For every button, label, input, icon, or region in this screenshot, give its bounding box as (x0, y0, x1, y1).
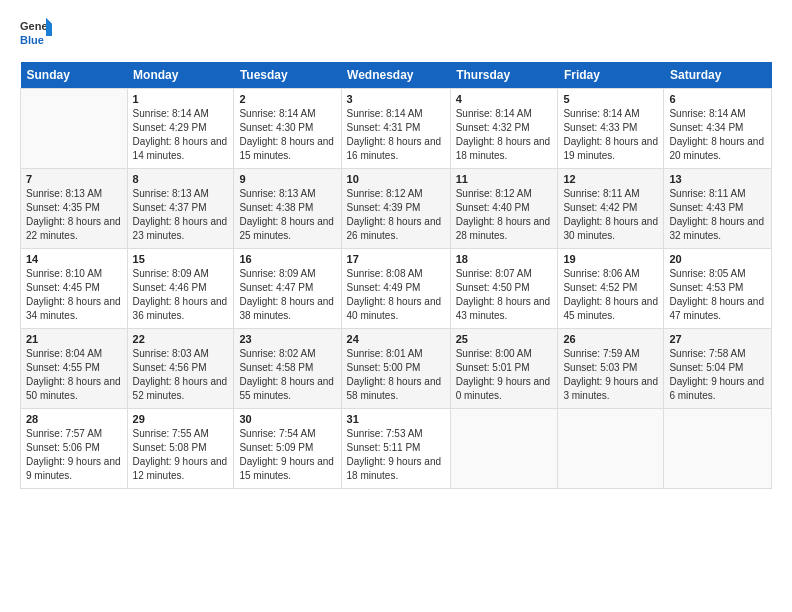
day-info: Sunrise: 8:14 AMSunset: 4:30 PMDaylight:… (239, 107, 335, 163)
day-number: 5 (563, 93, 658, 105)
calendar-cell: 14Sunrise: 8:10 AMSunset: 4:45 PMDayligh… (21, 249, 128, 329)
day-number: 8 (133, 173, 229, 185)
day-info: Sunrise: 8:14 AMSunset: 4:32 PMDaylight:… (456, 107, 553, 163)
day-number: 29 (133, 413, 229, 425)
logo-triangle-icon: General Blue (20, 16, 52, 52)
day-number: 23 (239, 333, 335, 345)
day-number: 11 (456, 173, 553, 185)
day-info: Sunrise: 8:02 AMSunset: 4:58 PMDaylight:… (239, 347, 335, 403)
day-info: Sunrise: 8:12 AMSunset: 4:40 PMDaylight:… (456, 187, 553, 243)
week-row-1: 1Sunrise: 8:14 AMSunset: 4:29 PMDaylight… (21, 89, 772, 169)
calendar-cell: 1Sunrise: 8:14 AMSunset: 4:29 PMDaylight… (127, 89, 234, 169)
day-number: 19 (563, 253, 658, 265)
day-number: 22 (133, 333, 229, 345)
day-info: Sunrise: 8:06 AMSunset: 4:52 PMDaylight:… (563, 267, 658, 323)
weekday-header-tuesday: Tuesday (234, 62, 341, 89)
calendar-cell: 17Sunrise: 8:08 AMSunset: 4:49 PMDayligh… (341, 249, 450, 329)
day-info: Sunrise: 8:03 AMSunset: 4:56 PMDaylight:… (133, 347, 229, 403)
day-info: Sunrise: 8:01 AMSunset: 5:00 PMDaylight:… (347, 347, 445, 403)
week-row-5: 28Sunrise: 7:57 AMSunset: 5:06 PMDayligh… (21, 409, 772, 489)
day-info: Sunrise: 8:13 AMSunset: 4:37 PMDaylight:… (133, 187, 229, 243)
day-info: Sunrise: 8:14 AMSunset: 4:31 PMDaylight:… (347, 107, 445, 163)
day-number: 31 (347, 413, 445, 425)
calendar-cell: 2Sunrise: 8:14 AMSunset: 4:30 PMDaylight… (234, 89, 341, 169)
day-info: Sunrise: 7:55 AMSunset: 5:08 PMDaylight:… (133, 427, 229, 483)
calendar-cell (21, 89, 128, 169)
day-info: Sunrise: 8:12 AMSunset: 4:39 PMDaylight:… (347, 187, 445, 243)
calendar-cell: 24Sunrise: 8:01 AMSunset: 5:00 PMDayligh… (341, 329, 450, 409)
calendar-cell (558, 409, 664, 489)
calendar-cell: 12Sunrise: 8:11 AMSunset: 4:42 PMDayligh… (558, 169, 664, 249)
calendar-cell: 5Sunrise: 8:14 AMSunset: 4:33 PMDaylight… (558, 89, 664, 169)
calendar-cell: 3Sunrise: 8:14 AMSunset: 4:31 PMDaylight… (341, 89, 450, 169)
calendar-cell: 7Sunrise: 8:13 AMSunset: 4:35 PMDaylight… (21, 169, 128, 249)
day-info: Sunrise: 8:11 AMSunset: 4:42 PMDaylight:… (563, 187, 658, 243)
day-number: 25 (456, 333, 553, 345)
logo: General Blue (20, 16, 52, 52)
calendar-cell: 29Sunrise: 7:55 AMSunset: 5:08 PMDayligh… (127, 409, 234, 489)
calendar-cell: 26Sunrise: 7:59 AMSunset: 5:03 PMDayligh… (558, 329, 664, 409)
day-number: 27 (669, 333, 766, 345)
day-number: 13 (669, 173, 766, 185)
day-info: Sunrise: 7:58 AMSunset: 5:04 PMDaylight:… (669, 347, 766, 403)
day-info: Sunrise: 8:14 AMSunset: 4:34 PMDaylight:… (669, 107, 766, 163)
calendar-cell: 27Sunrise: 7:58 AMSunset: 5:04 PMDayligh… (664, 329, 772, 409)
week-row-2: 7Sunrise: 8:13 AMSunset: 4:35 PMDaylight… (21, 169, 772, 249)
day-number: 21 (26, 333, 122, 345)
day-number: 2 (239, 93, 335, 105)
weekday-header-wednesday: Wednesday (341, 62, 450, 89)
calendar-cell: 8Sunrise: 8:13 AMSunset: 4:37 PMDaylight… (127, 169, 234, 249)
calendar-cell: 10Sunrise: 8:12 AMSunset: 4:39 PMDayligh… (341, 169, 450, 249)
day-number: 7 (26, 173, 122, 185)
header: General Blue (20, 16, 772, 52)
week-row-3: 14Sunrise: 8:10 AMSunset: 4:45 PMDayligh… (21, 249, 772, 329)
calendar-cell: 21Sunrise: 8:04 AMSunset: 4:55 PMDayligh… (21, 329, 128, 409)
weekday-header-sunday: Sunday (21, 62, 128, 89)
day-info: Sunrise: 8:05 AMSunset: 4:53 PMDaylight:… (669, 267, 766, 323)
calendar-cell: 22Sunrise: 8:03 AMSunset: 4:56 PMDayligh… (127, 329, 234, 409)
day-info: Sunrise: 7:57 AMSunset: 5:06 PMDaylight:… (26, 427, 122, 483)
calendar-cell: 31Sunrise: 7:53 AMSunset: 5:11 PMDayligh… (341, 409, 450, 489)
day-number: 20 (669, 253, 766, 265)
day-info: Sunrise: 8:14 AMSunset: 4:33 PMDaylight:… (563, 107, 658, 163)
day-number: 4 (456, 93, 553, 105)
day-number: 17 (347, 253, 445, 265)
day-info: Sunrise: 8:11 AMSunset: 4:43 PMDaylight:… (669, 187, 766, 243)
calendar-page: General Blue SundayMondayTuesdayWednesda… (0, 0, 792, 612)
day-info: Sunrise: 7:54 AMSunset: 5:09 PMDaylight:… (239, 427, 335, 483)
day-number: 1 (133, 93, 229, 105)
day-info: Sunrise: 8:00 AMSunset: 5:01 PMDaylight:… (456, 347, 553, 403)
week-row-4: 21Sunrise: 8:04 AMSunset: 4:55 PMDayligh… (21, 329, 772, 409)
weekday-header-saturday: Saturday (664, 62, 772, 89)
calendar-cell: 6Sunrise: 8:14 AMSunset: 4:34 PMDaylight… (664, 89, 772, 169)
day-info: Sunrise: 8:09 AMSunset: 4:47 PMDaylight:… (239, 267, 335, 323)
calendar-cell: 16Sunrise: 8:09 AMSunset: 4:47 PMDayligh… (234, 249, 341, 329)
day-number: 16 (239, 253, 335, 265)
weekday-header-thursday: Thursday (450, 62, 558, 89)
day-number: 6 (669, 93, 766, 105)
day-info: Sunrise: 8:04 AMSunset: 4:55 PMDaylight:… (26, 347, 122, 403)
day-number: 12 (563, 173, 658, 185)
calendar-cell: 15Sunrise: 8:09 AMSunset: 4:46 PMDayligh… (127, 249, 234, 329)
day-number: 18 (456, 253, 553, 265)
calendar-cell: 18Sunrise: 8:07 AMSunset: 4:50 PMDayligh… (450, 249, 558, 329)
day-number: 26 (563, 333, 658, 345)
calendar-cell: 13Sunrise: 8:11 AMSunset: 4:43 PMDayligh… (664, 169, 772, 249)
calendar-cell: 23Sunrise: 8:02 AMSunset: 4:58 PMDayligh… (234, 329, 341, 409)
day-number: 24 (347, 333, 445, 345)
day-number: 3 (347, 93, 445, 105)
weekday-header-friday: Friday (558, 62, 664, 89)
calendar-cell: 25Sunrise: 8:00 AMSunset: 5:01 PMDayligh… (450, 329, 558, 409)
calendar-cell (450, 409, 558, 489)
svg-text:Blue: Blue (20, 34, 44, 46)
day-info: Sunrise: 8:10 AMSunset: 4:45 PMDaylight:… (26, 267, 122, 323)
day-info: Sunrise: 8:09 AMSunset: 4:46 PMDaylight:… (133, 267, 229, 323)
day-info: Sunrise: 8:08 AMSunset: 4:49 PMDaylight:… (347, 267, 445, 323)
day-number: 28 (26, 413, 122, 425)
calendar-cell: 28Sunrise: 7:57 AMSunset: 5:06 PMDayligh… (21, 409, 128, 489)
day-info: Sunrise: 7:59 AMSunset: 5:03 PMDaylight:… (563, 347, 658, 403)
day-number: 14 (26, 253, 122, 265)
day-number: 30 (239, 413, 335, 425)
calendar-cell: 19Sunrise: 8:06 AMSunset: 4:52 PMDayligh… (558, 249, 664, 329)
day-number: 10 (347, 173, 445, 185)
